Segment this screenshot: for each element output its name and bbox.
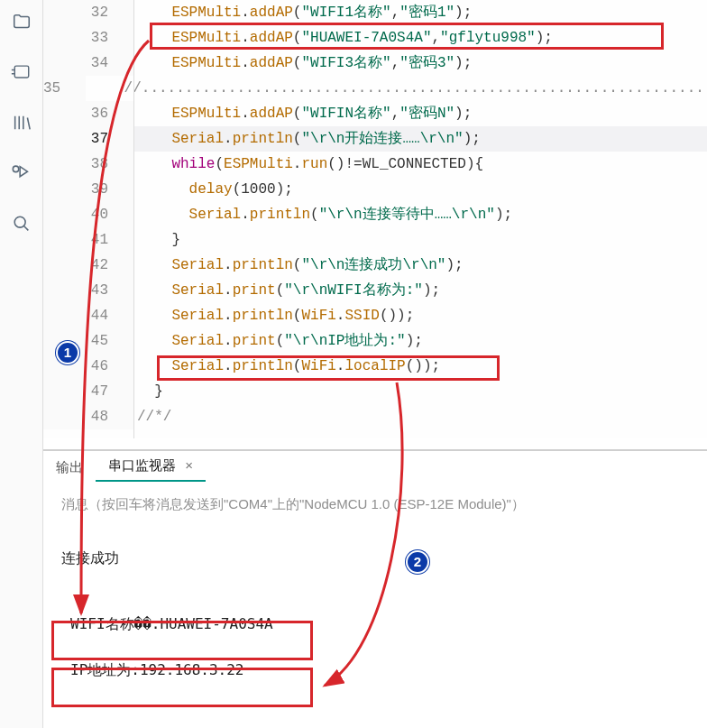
line-number: 45 (43, 328, 133, 354)
serial-output-line: WIFI名称��:HUAWEI-7A0S4A (61, 604, 689, 645)
code-content: ESPMulti.addAP("HUAWEI-7A0S4A","gflytu99… (133, 25, 553, 51)
line-number: 44 (43, 303, 133, 328)
code-line[interactable]: 34 ESPMulti.addAP("WIFI3名称","密码3"); (43, 51, 707, 76)
close-icon[interactable]: × (185, 457, 193, 473)
code-content: Serial.println("\r\n开始连接……\r\n"); (133, 126, 481, 152)
serial-input-hint[interactable]: 消息（按回车将消息发送到"COM4"上的"NodeMCU 1.0 (ESP-12… (61, 496, 689, 513)
line-number: 41 (43, 227, 133, 253)
code-line[interactable]: 41 } (43, 227, 707, 253)
line-number: 38 (43, 152, 133, 177)
code-content: ESPMulti.addAP("WIFIN名称","密码N"); (133, 101, 472, 126)
code-line[interactable]: 43 Serial.print("\r\nWIFI名称为:"); (43, 278, 707, 303)
code-line[interactable]: 35 //...................................… (43, 76, 707, 101)
code-content: delay(1000); (133, 177, 293, 202)
code-line[interactable]: 39 delay(1000); (43, 177, 707, 202)
code-content: Serial.println(WiFi.localIP()); (133, 354, 440, 379)
line-number: 33 (43, 25, 133, 51)
code-content: Serial.print("\r\nIP地址为:"); (133, 328, 423, 354)
code-content: } (133, 227, 180, 253)
code-line[interactable]: 42 Serial.println("\r\n连接成功\r\n"); (43, 253, 707, 278)
code-content: } (133, 379, 163, 404)
code-content: Serial.println(WiFi.SSID()); (133, 303, 414, 328)
line-number: 32 (43, 0, 133, 25)
line-number: 48 (43, 404, 133, 429)
serial-output-line: IP地址为:192.168.3.22 (61, 650, 689, 691)
code-line[interactable]: 36 ESPMulti.addAP("WIFIN名称","密码N"); (43, 101, 707, 126)
folder-icon[interactable] (9, 9, 34, 34)
svg-point-2 (14, 217, 25, 227)
line-number: 39 (43, 177, 133, 202)
line-number: 40 (43, 202, 133, 227)
code-line[interactable]: 37 Serial.println("\r\n开始连接……\r\n"); (43, 126, 707, 152)
panel-tabs: 输出 串口监视器 × (43, 449, 707, 482)
svg-point-1 (13, 166, 18, 171)
line-number: 42 (43, 253, 133, 278)
code-content: //*/ (133, 404, 171, 429)
code-line[interactable]: 40 Serial.println("\r\n连接等待中……\r\n"); (43, 202, 707, 227)
code-content: ESPMulti.addAP("WIFI1名称","密码1"); (133, 0, 472, 25)
code-content: while(ESPMulti.run()!=WL_CONNECTED){ (133, 152, 483, 177)
serial-monitor-panel: 消息（按回车将消息发送到"COM4"上的"NodeMCU 1.0 (ESP-12… (43, 482, 707, 711)
board-icon[interactable] (9, 60, 34, 85)
code-line[interactable]: 48//*/ (43, 404, 707, 429)
tab-serial-monitor-label: 串口监视器 (108, 457, 176, 473)
debug-icon[interactable] (9, 161, 34, 186)
library-icon[interactable] (9, 110, 34, 135)
line-number: 37 (43, 126, 133, 152)
activity-bar (0, 0, 43, 728)
svg-rect-0 (14, 66, 28, 78)
code-line[interactable]: 46 Serial.println(WiFi.localIP()); (43, 354, 707, 379)
line-number: 36 (43, 101, 133, 126)
line-number: 47 (43, 379, 133, 404)
line-number: 35 (43, 76, 86, 101)
code-content: Serial.println("\r\n连接等待中……\r\n"); (133, 202, 512, 227)
code-line[interactable]: 38 while(ESPMulti.run()!=WL_CONNECTED){ (43, 152, 707, 177)
search-icon[interactable] (9, 211, 34, 236)
code-line[interactable]: 45 Serial.print("\r\nIP地址为:"); (43, 328, 707, 354)
code-content: Serial.print("\r\nWIFI名称为:"); (133, 278, 440, 303)
line-number: 46 (43, 354, 133, 379)
line-number: 34 (43, 51, 133, 76)
code-line[interactable]: 32 ESPMulti.addAP("WIFI1名称","密码1"); (43, 0, 707, 25)
code-line[interactable]: 47 } (43, 379, 707, 404)
serial-output-line: 连接成功 (61, 539, 689, 579)
code-line[interactable]: 44 Serial.println(WiFi.SSID()); (43, 303, 707, 328)
code-line[interactable]: 33 ESPMulti.addAP("HUAWEI-7A0S4A","gflyt… (43, 25, 707, 51)
code-editor[interactable]: 32 ESPMulti.addAP("WIFI1名称","密码1");33 ES… (43, 0, 707, 438)
code-content: //......................................… (86, 76, 707, 101)
tab-output[interactable]: 输出 (43, 454, 96, 482)
tab-serial-monitor[interactable]: 串口监视器 × (96, 452, 206, 482)
code-content: ESPMulti.addAP("WIFI3名称","密码3"); (133, 51, 472, 76)
line-number: 43 (43, 278, 133, 303)
code-content: Serial.println("\r\n连接成功\r\n"); (133, 253, 464, 278)
